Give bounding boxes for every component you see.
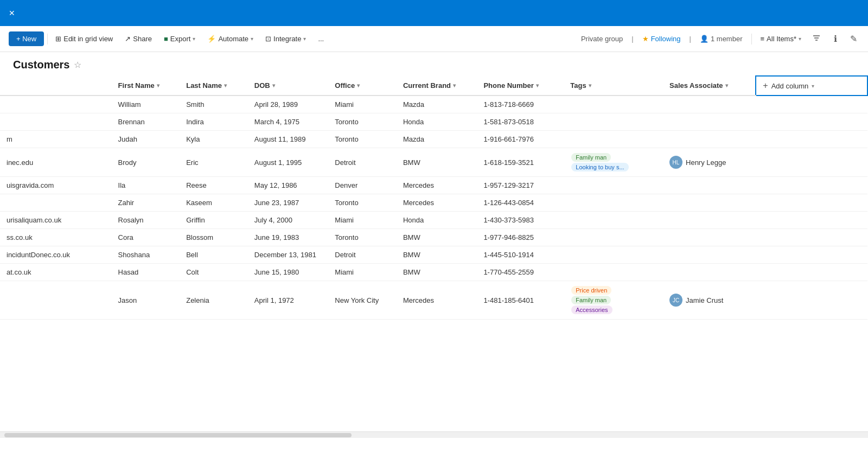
share-button[interactable]: ↗ Share: [120, 33, 156, 45]
col-header-brand[interactable]: Current Brand ▾: [397, 76, 477, 96]
cell-sales: [663, 131, 756, 148]
following-button[interactable]: ★ Following: [642, 35, 681, 43]
page-header: Customers ☆: [0, 52, 868, 75]
cell-email: [0, 281, 112, 320]
addcol-chevron: ▾: [812, 83, 814, 89]
cell-brand: Mercedes: [397, 177, 477, 194]
customers-table: First Name ▾ Last Name ▾ DOB ▾: [0, 75, 868, 320]
cell-brand: BMW: [397, 246, 477, 264]
table-row[interactable]: JasonZeleniaApril 1, 1972New York CityMe…: [0, 281, 867, 320]
tag-label[interactable]: Looking to buy s...: [571, 163, 628, 171]
cell-addcol: [756, 212, 867, 229]
cell-brand: BMW: [397, 148, 477, 177]
cell-addcol: [756, 177, 867, 194]
cell-addcol: [756, 229, 867, 246]
automate-chevron: ▾: [251, 36, 253, 42]
cell-firstname: William: [112, 96, 180, 113]
more-button[interactable]: ...: [314, 33, 328, 45]
cell-tags: [564, 194, 663, 212]
edit-button[interactable]: ✎: [848, 31, 859, 46]
cell-phone: 1-770-455-2559: [477, 264, 564, 281]
close-icon[interactable]: ✕: [9, 9, 15, 17]
table-header-row: First Name ▾ Last Name ▾ DOB ▾: [0, 76, 867, 96]
cell-dob: August 1, 1995: [248, 148, 328, 177]
plus-icon: +: [763, 81, 768, 91]
cell-office: Miami: [328, 264, 397, 281]
table-row[interactable]: ZahirKaseemJune 23, 1987TorontoMercedes1…: [0, 194, 867, 212]
cell-phone: 1-957-129-3217: [477, 177, 564, 194]
avatar: HL: [669, 156, 682, 169]
cell-office: Denver: [328, 177, 397, 194]
table-row[interactable]: ss.co.ukCoraBlossomJune 19, 1983TorontoB…: [0, 229, 867, 246]
col-header-email[interactable]: [0, 76, 112, 96]
new-button[interactable]: + New: [9, 31, 44, 46]
add-column-button[interactable]: + Add column ▾: [763, 81, 814, 91]
table-row[interactable]: inciduntDonec.co.ukShoshanaBellDecember …: [0, 246, 867, 264]
cell-phone: 1-916-661-7976: [477, 131, 564, 148]
separator-1: [47, 34, 48, 44]
cell-firstname: Hasad: [112, 264, 180, 281]
table-row[interactable]: WilliamSmithApril 28, 1989MiamiMazda1-81…: [0, 96, 867, 113]
toolbar-right: Private group | ★ Following | 👤 1 member…: [581, 31, 859, 47]
cell-addcol: [756, 96, 867, 113]
table-row[interactable]: urisaliquam.co.ukRosalynGriffinJuly 4, 2…: [0, 212, 867, 229]
cell-lastname: Smith: [180, 96, 248, 113]
table-row[interactable]: uisgravida.comIlaReeseMay 12, 1986Denver…: [0, 177, 867, 194]
cell-email: uisgravida.com: [0, 177, 112, 194]
cell-addcol: [756, 264, 867, 281]
cell-office: Toronto: [328, 113, 397, 131]
cell-addcol: [756, 131, 867, 148]
tag-label[interactable]: Accessories: [571, 306, 612, 314]
cell-brand: Honda: [397, 113, 477, 131]
integrate-button[interactable]: ⊡ Integrate ▾: [261, 33, 310, 45]
automate-icon: ⚡: [207, 35, 216, 43]
automate-button[interactable]: ⚡ Automate ▾: [203, 33, 258, 45]
cell-tags: [564, 96, 663, 113]
table-row[interactable]: BrennanIndiraMarch 4, 1975TorontoHonda1-…: [0, 113, 867, 131]
cell-phone: 1-977-946-8825: [477, 229, 564, 246]
cell-tags: [564, 212, 663, 229]
cell-dob: July 4, 2000: [248, 212, 328, 229]
cell-firstname: Jason: [112, 281, 180, 320]
cell-sales: HLHenry Legge: [663, 148, 756, 177]
col-header-tags[interactable]: Tags ▾: [564, 76, 663, 96]
info-button[interactable]: ℹ: [832, 31, 839, 46]
tag-label[interactable]: Family man: [571, 153, 611, 162]
cell-office: Toronto: [328, 131, 397, 148]
cell-email: [0, 113, 112, 131]
cell-tags: [564, 177, 663, 194]
cell-email: at.co.uk: [0, 264, 112, 281]
all-items-button[interactable]: ≡ All Items* ▾: [761, 35, 802, 43]
separator-2: [751, 34, 752, 44]
cell-office: New York City: [328, 281, 397, 320]
table-row[interactable]: inec.eduBrodyEricAugust 1, 1995DetroitBM…: [0, 148, 867, 177]
grid-icon: ⊞: [55, 35, 61, 43]
sales-sort-icon: ▾: [725, 82, 728, 88]
export-button[interactable]: ■ Export ▾: [159, 33, 200, 45]
cell-addcol: [756, 246, 867, 264]
col-header-phone[interactable]: Phone Number ▾: [477, 76, 564, 96]
edit-grid-button[interactable]: ⊞ Edit in grid view: [51, 33, 117, 45]
col-header-dob[interactable]: DOB ▾: [248, 76, 328, 96]
col-header-lastname[interactable]: Last Name ▾: [180, 76, 248, 96]
toolbar-left: + New ⊞ Edit in grid view ↗ Share ■ Expo…: [9, 31, 328, 46]
col-header-office[interactable]: Office ▾: [328, 76, 397, 96]
col-header-firstname[interactable]: First Name ▾: [112, 76, 180, 96]
all-items-chevron: ▾: [799, 36, 801, 42]
scrollbar-area[interactable]: [0, 431, 868, 438]
cell-office: Miami: [328, 96, 397, 113]
sales-associate-name: Henry Legge: [686, 158, 726, 167]
tag-label[interactable]: Price driven: [571, 286, 611, 295]
table-row[interactable]: at.co.ukHasadColtJune 15, 1980MiamiBMW1-…: [0, 264, 867, 281]
cell-email: m: [0, 131, 112, 148]
members-button[interactable]: 👤 1 member: [700, 35, 743, 43]
filter-button[interactable]: [810, 31, 823, 47]
table-row[interactable]: mJudahKylaAugust 11, 1989TorontoMazda1-9…: [0, 131, 867, 148]
col-header-addcol[interactable]: + Add column ▾: [756, 76, 867, 96]
col-header-sales[interactable]: Sales Associate ▾: [663, 76, 756, 96]
tag-label[interactable]: Family man: [571, 296, 611, 304]
favorite-icon[interactable]: ☆: [74, 60, 81, 70]
cell-lastname: Reese: [180, 177, 248, 194]
table-body: WilliamSmithApril 28, 1989MiamiMazda1-81…: [0, 96, 867, 320]
cell-sales: [663, 194, 756, 212]
